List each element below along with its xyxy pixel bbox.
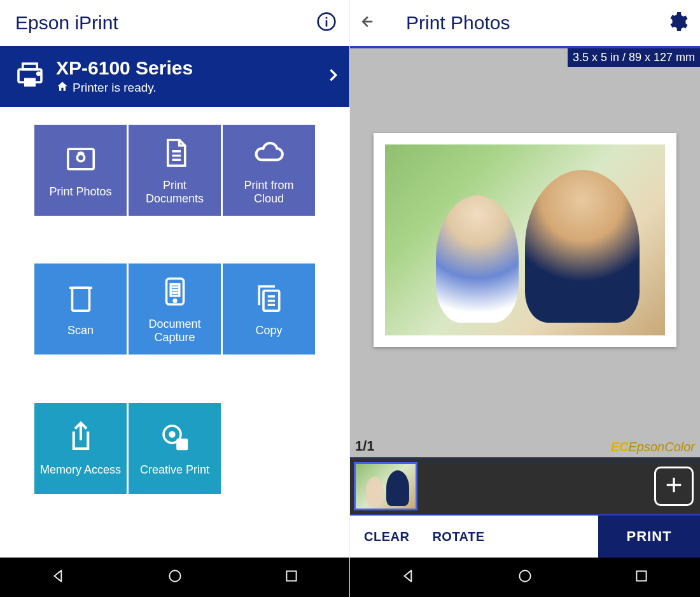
- nav-recent-icon[interactable]: [633, 568, 650, 587]
- photo-icon: [64, 142, 98, 185]
- svg-point-5: [38, 73, 40, 75]
- detail-title: Print Photos: [406, 12, 666, 34]
- detail-header: Print Photos: [350, 0, 700, 46]
- tile-label: Scan: [67, 324, 94, 337]
- tile-print-from-cloud[interactable]: Print from Cloud: [223, 125, 315, 216]
- svg-point-7: [77, 154, 84, 161]
- app-header: Epson iPrint: [0, 0, 349, 46]
- preview-canvas[interactable]: [350, 48, 700, 432]
- memory-icon: [64, 420, 98, 463]
- tile-label: Print from Cloud: [228, 179, 310, 205]
- tile-memory-access[interactable]: Memory Access: [34, 403, 127, 494]
- scan-icon: [64, 281, 98, 324]
- action-grid: Print Photos Print Documents Print from …: [0, 107, 349, 558]
- creative-icon: [158, 420, 192, 463]
- android-navbar: [0, 558, 349, 597]
- nav-home-icon[interactable]: [167, 568, 183, 587]
- svg-rect-20: [286, 571, 296, 580]
- svg-point-14: [170, 432, 174, 437]
- svg-point-1: [325, 17, 327, 18]
- nav-back-icon[interactable]: [400, 568, 417, 587]
- epson-color-logo: ECEpsonColor: [611, 440, 695, 454]
- printer-info: XP-6100 Series Printer is ready.: [56, 57, 324, 95]
- printer-model: XP-6100 Series: [56, 57, 324, 79]
- svg-rect-17: [178, 445, 186, 446]
- app-title: Epson iPrint: [15, 12, 118, 34]
- tile-label: Print Documents: [134, 179, 216, 205]
- svg-rect-4: [24, 78, 36, 87]
- svg-rect-18: [178, 447, 186, 449]
- nav-recent-icon[interactable]: [283, 568, 300, 587]
- info-icon[interactable]: [316, 11, 337, 34]
- add-photo-button[interactable]: [654, 467, 694, 506]
- page-counter: 1/1: [355, 438, 375, 454]
- print-photos-screen: Print Photos 3.5 x 5 in / 89 x 127 mm 1/…: [350, 0, 700, 597]
- capture-icon: [158, 274, 192, 318]
- svg-rect-22: [637, 571, 647, 580]
- nav-home-icon[interactable]: [517, 568, 533, 587]
- svg-rect-3: [23, 64, 38, 69]
- document-icon: [158, 136, 192, 179]
- copy-icon: [252, 281, 286, 324]
- bottom-toolbar: CLEAR ROTATE PRINT: [350, 516, 700, 558]
- rotate-button[interactable]: ROTATE: [432, 530, 484, 544]
- home-icon: [56, 80, 69, 95]
- svg-point-19: [169, 570, 180, 581]
- cloud-icon: [252, 136, 286, 179]
- tile-print-photos[interactable]: Print Photos: [34, 125, 127, 216]
- tile-label: Creative Print: [140, 463, 209, 477]
- tile-creative-print[interactable]: Creative Print: [129, 403, 221, 494]
- chevron-right-icon: [324, 66, 342, 87]
- plus-icon: [663, 474, 685, 498]
- printer-banner[interactable]: XP-6100 Series Printer is ready.: [0, 46, 349, 107]
- printer-status: Printer is ready.: [73, 81, 157, 95]
- svg-point-21: [519, 570, 530, 581]
- tile-copy[interactable]: Copy: [223, 263, 315, 355]
- printer-icon: [13, 58, 56, 95]
- print-button[interactable]: PRINT: [598, 516, 700, 558]
- clear-button[interactable]: CLEAR: [364, 530, 409, 544]
- tile-scan[interactable]: Scan: [34, 263, 127, 355]
- nav-back-icon[interactable]: [50, 568, 67, 587]
- svg-point-16: [178, 440, 181, 444]
- tile-label: Document Capture: [134, 318, 216, 344]
- home-screen: Epson iPrint XP-6100 Series: [0, 0, 350, 597]
- thumbnail-selected[interactable]: [354, 462, 417, 510]
- android-navbar: [350, 558, 700, 597]
- preview-area: 3.5 x 5 in / 89 x 127 mm 1/1 ECEpsonColo…: [350, 46, 700, 457]
- gear-icon[interactable]: [666, 10, 689, 36]
- svg-rect-8: [72, 288, 89, 311]
- thumbnail-strip: [350, 457, 700, 516]
- tile-label: Copy: [255, 324, 282, 337]
- back-icon[interactable]: [359, 12, 378, 34]
- photo-preview: [385, 144, 665, 335]
- svg-point-11: [174, 300, 176, 302]
- tile-label: Print Photos: [49, 185, 111, 199]
- photo-frame: [374, 133, 676, 347]
- preview-footer: 1/1 ECEpsonColor: [350, 432, 700, 457]
- tile-print-documents[interactable]: Print Documents: [129, 125, 221, 216]
- tile-label: Memory Access: [40, 463, 121, 477]
- tile-document-capture[interactable]: Document Capture: [129, 263, 221, 355]
